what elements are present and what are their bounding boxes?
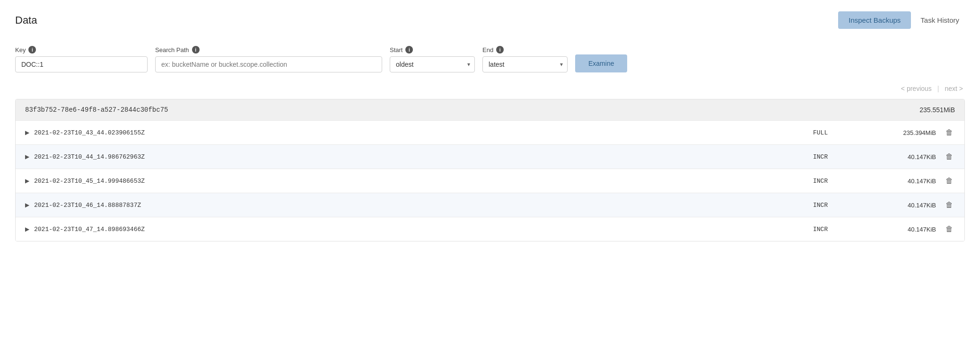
- table-row: ▶ 2021-02-23T10_47_14.898693466Z INCR 40…: [16, 217, 964, 241]
- pagination-divider: |: [937, 85, 939, 92]
- backup-size: 40.147KiB: [870, 178, 936, 185]
- table-row: ▶ 2021-02-23T10_44_14.986762963Z INCR 40…: [16, 144, 964, 169]
- backup-type: FULL: [813, 129, 870, 136]
- table-row: ▶ 2021-02-23T10_46_14.88887837Z INCR 40.…: [16, 193, 964, 217]
- start-select-wrapper: oldest latest ▾: [390, 56, 475, 72]
- backup-type: INCR: [813, 202, 870, 209]
- examine-field-group: Examine: [575, 40, 627, 72]
- pagination-row: < previous | next >: [15, 84, 965, 93]
- backup-type: INCR: [813, 178, 870, 185]
- start-select[interactable]: oldest latest: [390, 56, 475, 72]
- delete-button[interactable]: 🗑: [944, 200, 955, 210]
- end-field-group: End i latest oldest ▾: [482, 46, 568, 72]
- search-path-label-row: Search Path i: [155, 46, 382, 54]
- start-info-icon[interactable]: i: [405, 46, 413, 54]
- backup-rows-container: ▶ 2021-02-23T10_43_44.023906155Z FULL 23…: [16, 120, 964, 241]
- backup-timestamp: 2021-02-23T10_44_14.986762963Z: [34, 153, 813, 161]
- search-path-field-group: Search Path i: [155, 46, 382, 72]
- end-info-icon[interactable]: i: [496, 46, 504, 54]
- end-label: End: [482, 46, 493, 54]
- search-path-label: Search Path: [155, 46, 189, 54]
- expand-button[interactable]: ▶: [25, 153, 29, 160]
- backup-timestamp: 2021-02-23T10_47_14.898693466Z: [34, 226, 813, 233]
- delete-button[interactable]: 🗑: [944, 176, 955, 186]
- key-label: Key: [15, 46, 26, 54]
- backup-type: INCR: [813, 226, 870, 233]
- table-row: ▶ 2021-02-23T10_43_44.023906155Z FULL 23…: [16, 120, 964, 144]
- backup-group: 83f3b752-78e6-49f8-a527-2844c30fbc75 235…: [15, 99, 965, 241]
- key-field-group: Key i: [15, 46, 148, 72]
- key-input[interactable]: [15, 56, 148, 72]
- expand-button[interactable]: ▶: [25, 129, 29, 136]
- backup-size: 40.147KiB: [870, 202, 936, 209]
- key-info-icon[interactable]: i: [28, 46, 36, 54]
- key-label-row: Key i: [15, 46, 148, 54]
- page-title: Data: [15, 14, 37, 27]
- end-select[interactable]: latest oldest: [482, 56, 568, 72]
- backup-group-size: 235.551MiB: [919, 106, 955, 114]
- next-button[interactable]: next >: [943, 84, 965, 93]
- search-path-input[interactable]: [155, 56, 382, 72]
- start-label: Start: [390, 46, 402, 54]
- expand-button[interactable]: ▶: [25, 226, 29, 232]
- backup-timestamp: 2021-02-23T10_46_14.88887837Z: [34, 202, 813, 209]
- expand-button[interactable]: ▶: [25, 202, 29, 208]
- previous-button[interactable]: < previous: [899, 84, 934, 93]
- backup-timestamp: 2021-02-23T10_43_44.023906155Z: [34, 129, 813, 136]
- form-row: Key i Search Path i Start i oldest lates…: [15, 40, 965, 72]
- start-label-row: Start i: [390, 46, 475, 54]
- backup-group-header: 83f3b752-78e6-49f8-a527-2844c30fbc75 235…: [16, 99, 964, 120]
- header-actions: Inspect Backups Task History: [838, 11, 965, 29]
- backup-timestamp: 2021-02-23T10_45_14.999486653Z: [34, 178, 813, 185]
- end-select-wrapper: latest oldest ▾: [482, 56, 568, 72]
- end-label-row: End i: [482, 46, 568, 54]
- backup-size: 40.147KiB: [870, 153, 936, 161]
- delete-button[interactable]: 🗑: [944, 127, 955, 138]
- search-path-info-icon[interactable]: i: [192, 46, 200, 54]
- backup-group-id: 83f3b752-78e6-49f8-a527-2844c30fbc75: [25, 106, 168, 114]
- delete-button[interactable]: 🗑: [944, 152, 955, 162]
- inspect-backups-button[interactable]: Inspect Backups: [838, 11, 911, 29]
- backup-size: 40.147KiB: [870, 226, 936, 233]
- start-field-group: Start i oldest latest ▾: [390, 46, 475, 72]
- delete-button[interactable]: 🗑: [944, 224, 955, 234]
- expand-button[interactable]: ▶: [25, 178, 29, 184]
- examine-button[interactable]: Examine: [575, 54, 627, 72]
- backup-type: INCR: [813, 153, 870, 161]
- backup-size: 235.394MiB: [870, 129, 936, 136]
- task-history-button[interactable]: Task History: [915, 11, 965, 29]
- table-row: ▶ 2021-02-23T10_45_14.999486653Z INCR 40…: [16, 169, 964, 193]
